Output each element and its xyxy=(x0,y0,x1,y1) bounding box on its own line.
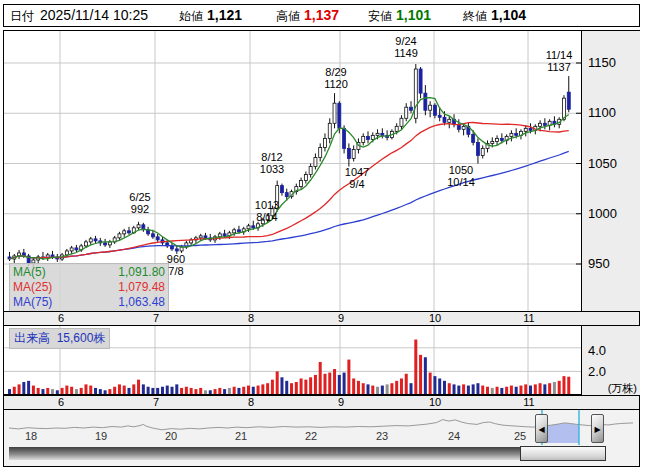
scrollbar-track[interactable] xyxy=(9,447,603,460)
volume-tick-4: 4.0 xyxy=(588,343,606,358)
price-annotation: 1013 8/14 xyxy=(255,199,279,223)
month-tick-label: 11 xyxy=(523,312,534,324)
scrollbar-thumb[interactable] xyxy=(520,446,606,461)
year-tick-label: 24 xyxy=(448,430,460,442)
ma-legend-row: MA(25)1,079.48 xyxy=(13,280,165,295)
price-chart-pane: 1150110010501000950 MA(5)1,091.80MA(25)1… xyxy=(3,30,640,313)
price-annotation: 1050 10/14 xyxy=(447,164,475,188)
year-tick-label: 18 xyxy=(25,430,37,442)
range-right-handle-button[interactable]: ▶ xyxy=(591,414,604,443)
month-tick-label: 8 xyxy=(248,312,254,324)
month-tick-label: 7 xyxy=(153,312,159,324)
volume-chart-pane: 4.0 2.0 (万株) 出来高 15,600株 xyxy=(3,326,640,395)
month-tick-label: 11 xyxy=(523,396,534,408)
month-tick-label: 8 xyxy=(248,396,254,408)
close-label: 終値 xyxy=(463,8,487,25)
price-annotation: 8/12 1033 xyxy=(260,151,284,175)
date-label: 日付 xyxy=(10,8,34,25)
price-tick-label: 1100 xyxy=(588,105,616,120)
volume-tick-2: 2.0 xyxy=(588,364,606,379)
price-tick-label: 1000 xyxy=(588,206,617,221)
month-tick-label: 9 xyxy=(338,396,344,408)
ma-legend: MA(5)1,091.80MA(25)1,079.48MA(75)1,063.4… xyxy=(9,263,169,312)
high-value: 1,137 xyxy=(304,7,339,23)
month-tick-label: 10 xyxy=(429,396,441,408)
range-left-handle-button[interactable]: ◀ xyxy=(535,414,548,443)
price-annotation: 9/24 1149 xyxy=(394,35,418,59)
price-annotation: 6/25 992 xyxy=(129,191,150,215)
stock-chart-window: 日付 2025/11/14 10:25 始値 1,121 高値 1,137 安値… xyxy=(0,0,653,470)
month-tick-label: 6 xyxy=(58,312,64,324)
price-tick-label: 950 xyxy=(588,256,610,271)
date-value: 2025/11/14 10:25 xyxy=(40,7,148,23)
range-navigator: 1819202122232425 ◀ ▶ xyxy=(3,410,640,467)
volume-value-label: 出来高 15,600株 xyxy=(9,328,110,349)
open-value: 1,121 xyxy=(207,7,242,23)
price-annotation: 960 7/8 xyxy=(167,253,185,277)
open-label: 始値 xyxy=(179,8,203,25)
year-tick-label: 21 xyxy=(235,430,247,442)
price-annotation: 8/29 1120 xyxy=(324,66,348,90)
price-annotation: 11/14 1137 xyxy=(546,49,573,73)
year-tick-label: 19 xyxy=(95,430,107,442)
quote-info-bar: 日付 2025/11/14 10:25 始値 1,121 高値 1,137 安値… xyxy=(3,4,640,27)
ma-legend-row: MA(75)1,063.48 xyxy=(13,295,165,310)
year-tick-label: 25 xyxy=(514,430,526,442)
volume-unit-label: (万株) xyxy=(608,381,637,396)
month-axis-top: 67891011 xyxy=(3,311,640,326)
month-tick-label: 6 xyxy=(58,396,64,408)
volume-axis-strip: 4.0 2.0 (万株) xyxy=(581,326,640,395)
year-tick-label: 22 xyxy=(305,430,317,442)
low-label: 安値 xyxy=(368,8,392,25)
price-annotation: 1047 9/4 xyxy=(345,166,369,190)
ma-legend-row: MA(5)1,091.80 xyxy=(13,265,165,280)
year-tick-label: 20 xyxy=(165,430,177,442)
price-axis-strip: 1150110010501000950 xyxy=(581,31,640,312)
month-tick-label: 7 xyxy=(153,396,159,408)
month-tick-label: 9 xyxy=(338,312,344,324)
month-tick-label: 10 xyxy=(429,312,441,324)
month-axis-bottom: 67891011 xyxy=(3,395,640,410)
year-tick-label: 23 xyxy=(376,430,388,442)
high-label: 高値 xyxy=(276,8,300,25)
price-tick-label: 1050 xyxy=(588,156,617,171)
close-value: 1,104 xyxy=(491,7,526,23)
price-tick-label: 1150 xyxy=(588,55,616,70)
low-value: 1,101 xyxy=(396,7,431,23)
